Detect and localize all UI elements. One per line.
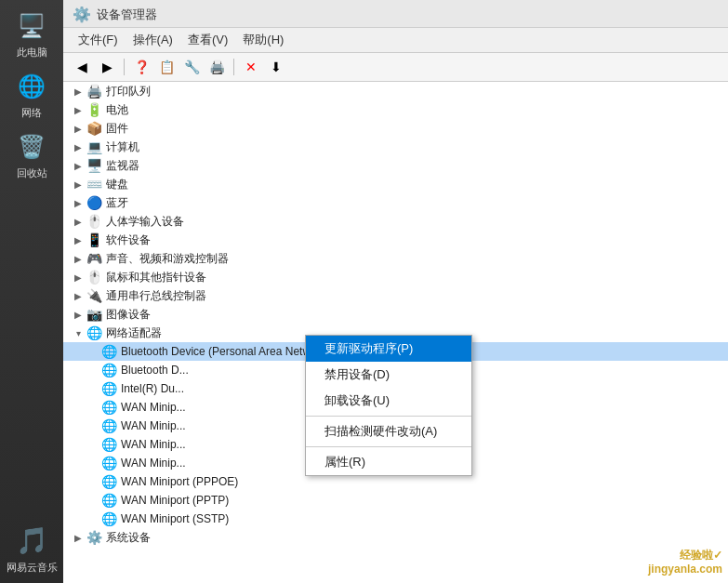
sidebar-item-recycle-bin[interactable]: 🗑️ 回收站 <box>13 128 50 179</box>
wan1-icon: 🌐 <box>100 399 117 416</box>
tree-item-system[interactable]: ▶ ⚙️ 系统设备 <box>63 528 728 547</box>
sidebar-item-network[interactable]: 🌐 网络 <box>13 68 50 119</box>
label-wan-pptp: WAN Miniport (PPTP) <box>121 494 229 507</box>
main-panel: ⚙️ 设备管理器 文件(F) 操作(A) 查看(V) 帮助(H) ◀ ▶ ❓ 📋… <box>63 0 728 583</box>
device-manager-icon: ⚙️ <box>73 6 91 23</box>
sidebar-label-this-pc: 此电脑 <box>17 46 47 59</box>
expand-imaging[interactable]: ▶ <box>71 310 86 320</box>
tree-item-wan-sstp[interactable]: 🌐 WAN Miniport (SSTP) <box>63 510 728 528</box>
expand-monitor[interactable]: ▶ <box>71 161 86 171</box>
bluetooth-icon: 🔵 <box>86 194 102 211</box>
device-tree[interactable]: ▶ 🖨️ 打印队列 ▶ 🔋 电池 ▶ 📦 固件 ▶ 💻 计算机 ▶ 🖥️ 监视器 <box>63 82 728 583</box>
firmware-icon: 📦 <box>86 120 102 137</box>
label-intel-du: Intel(R) Du... <box>121 382 184 395</box>
expand-keyboard[interactable]: ▶ <box>71 179 86 190</box>
menu-view[interactable]: 查看(V) <box>180 30 235 50</box>
ctx-properties[interactable]: 属性(R) <box>306 449 471 475</box>
tree-item-mouse[interactable]: ▶ 🖱️ 鼠标和其他指针设备 <box>63 268 728 286</box>
usb-icon: 🔌 <box>86 287 102 304</box>
expand-audio[interactable]: ▶ <box>71 254 86 264</box>
view-button[interactable]: 📋 <box>155 56 178 78</box>
label-bluetooth: 蓝牙 <box>106 195 128 211</box>
ctx-separator-2 <box>306 446 471 447</box>
label-computer: 计算机 <box>106 139 139 155</box>
label-usb: 通用串行总线控制器 <box>106 288 206 304</box>
download-button[interactable]: ⬇ <box>265 56 287 78</box>
ctx-update-driver[interactable]: 更新驱动程序(P) <box>306 336 471 362</box>
label-hid: 人体学输入设备 <box>106 214 184 230</box>
sidebar-item-this-pc[interactable]: 🖥️ 此电脑 <box>13 7 50 59</box>
watermark-line1: 经验啦✓ <box>648 549 722 563</box>
intel-du-icon: 🌐 <box>100 380 117 397</box>
system-icon: ⚙️ <box>86 529 102 546</box>
label-keyboard: 键盘 <box>106 177 128 192</box>
window-title: 设备管理器 <box>97 7 157 23</box>
expand-firmware[interactable]: ▶ <box>71 124 86 134</box>
delete-button[interactable]: ✕ <box>240 56 262 78</box>
menu-file[interactable]: 文件(F) <box>71 30 126 50</box>
label-audio: 声音、视频和游戏控制器 <box>106 251 229 267</box>
menu-action[interactable]: 操作(A) <box>126 30 180 50</box>
tree-item-monitor[interactable]: ▶ 🖥️ 监视器 <box>63 156 728 175</box>
tree-item-keyboard[interactable]: ▶ ⌨️ 键盘 <box>63 175 728 193</box>
ctx-disable-device[interactable]: 禁用设备(D) <box>306 362 471 388</box>
forward-button[interactable]: ▶ <box>96 56 118 78</box>
expand-software[interactable]: ▶ <box>71 235 86 245</box>
properties-button[interactable]: 🔧 <box>180 56 203 78</box>
sidebar-item-netease-music[interactable]: 🎵 网易云音乐 <box>7 523 58 574</box>
tree-item-firmware[interactable]: ▶ 📦 固件 <box>63 119 728 138</box>
bt-pan-icon: 🌐 <box>100 343 117 360</box>
tree-item-hid[interactable]: ▶ 🖱️ 人体学输入设备 <box>63 212 728 231</box>
tree-item-wan-pptp[interactable]: 🌐 WAN Miniport (PPTP) <box>63 491 728 510</box>
tree-item-computer[interactable]: ▶ 💻 计算机 <box>63 138 728 156</box>
label-bt-pan: Bluetooth Device (Personal Area Network) <box>121 345 330 358</box>
keyboard-icon: ⌨️ <box>86 176 102 192</box>
label-wan2: WAN Minip... <box>121 419 186 432</box>
label-wan-pppoe: WAN Miniport (PPPOE) <box>121 475 238 488</box>
label-firmware: 固件 <box>106 121 128 137</box>
print-button[interactable]: 🖨️ <box>205 56 228 78</box>
label-system: 系统设备 <box>106 530 151 546</box>
mouse-icon: 🖱️ <box>86 269 102 285</box>
expand-battery[interactable]: ▶ <box>71 105 86 115</box>
this-pc-icon: 🖥️ <box>13 7 50 45</box>
tree-item-battery[interactable]: ▶ 🔋 电池 <box>63 100 728 119</box>
back-button[interactable]: ◀ <box>71 56 93 78</box>
expand-usb[interactable]: ▶ <box>71 291 86 301</box>
software-icon: 📱 <box>86 232 102 248</box>
wan4-icon: 🌐 <box>100 455 117 471</box>
tree-item-audio[interactable]: ▶ 🎮 声音、视频和游戏控制器 <box>63 249 728 268</box>
expand-system[interactable]: ▶ <box>71 533 86 543</box>
sidebar-label-netease-music: 网易云音乐 <box>7 562 58 574</box>
sidebar: 🖥️ 此电脑 🌐 网络 🗑️ 回收站 🎵 网易云音乐 <box>0 0 63 583</box>
toolbar-separator-1 <box>124 59 125 75</box>
label-software: 软件设备 <box>106 232 151 248</box>
label-wan-sstp: WAN Miniport (SSTP) <box>121 512 229 525</box>
network-icon: 🌐 <box>13 68 50 105</box>
menu-bar: 文件(F) 操作(A) 查看(V) 帮助(H) <box>63 28 728 53</box>
expand-printer[interactable]: ▶ <box>71 86 86 97</box>
label-printer: 打印队列 <box>106 84 151 99</box>
toolbar-separator-2 <box>233 59 234 75</box>
label-bt-d: Bluetooth D... <box>121 364 189 377</box>
tree-item-imaging[interactable]: ▶ 📷 图像设备 <box>63 305 728 324</box>
expand-computer[interactable]: ▶ <box>71 142 86 152</box>
label-network-adapters: 网络适配器 <box>106 325 162 341</box>
tree-item-printer[interactable]: ▶ 🖨️ 打印队列 <box>63 82 728 100</box>
menu-help[interactable]: 帮助(H) <box>235 30 291 50</box>
expand-bluetooth[interactable]: ▶ <box>71 198 86 208</box>
expand-mouse[interactable]: ▶ <box>71 272 86 283</box>
tree-item-usb[interactable]: ▶ 🔌 通用串行总线控制器 <box>63 286 728 305</box>
watermark: 经验啦✓ jingyanla.com <box>648 549 722 577</box>
ctx-uninstall-device[interactable]: 卸载设备(U) <box>306 388 471 414</box>
expand-network-adapters[interactable]: ▾ <box>71 328 86 338</box>
help-button[interactable]: ❓ <box>130 56 152 78</box>
computer-icon: 💻 <box>86 139 102 155</box>
expand-hid[interactable]: ▶ <box>71 217 86 227</box>
tree-item-bluetooth[interactable]: ▶ 🔵 蓝牙 <box>63 193 728 212</box>
sidebar-label-network: 网络 <box>21 107 42 119</box>
netease-music-icon: 🎵 <box>13 523 50 560</box>
wan3-icon: 🌐 <box>100 436 117 453</box>
tree-item-software[interactable]: ▶ 📱 软件设备 <box>63 231 728 249</box>
ctx-scan-hardware[interactable]: 扫描检测硬件改动(A) <box>306 418 471 444</box>
